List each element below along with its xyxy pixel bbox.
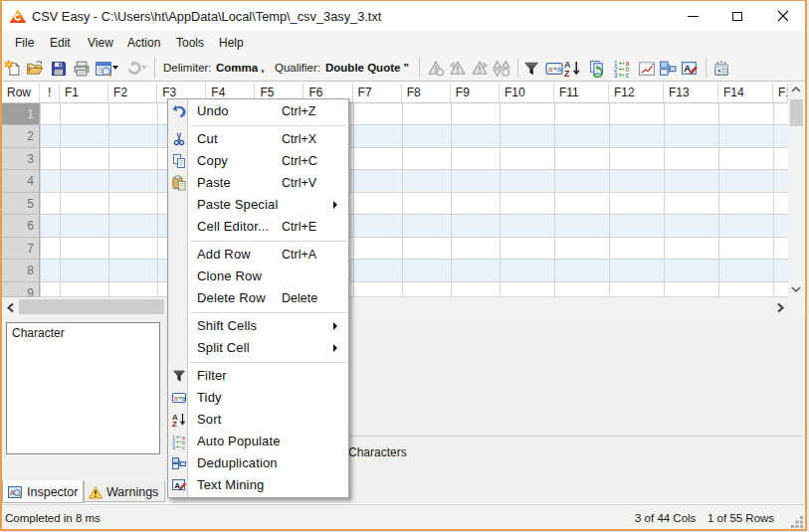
- svg-text:c: c: [182, 444, 185, 449]
- svg-text:a: a: [181, 395, 185, 402]
- svg-text:A: A: [684, 63, 691, 74]
- svg-text:3: 3: [614, 72, 618, 78]
- svg-text:c: c: [626, 72, 629, 78]
- svg-text:Z: Z: [564, 68, 570, 77]
- svg-text:3: 3: [172, 444, 175, 449]
- svg-text:a: a: [174, 395, 178, 402]
- svg-text:Z: Z: [172, 420, 177, 428]
